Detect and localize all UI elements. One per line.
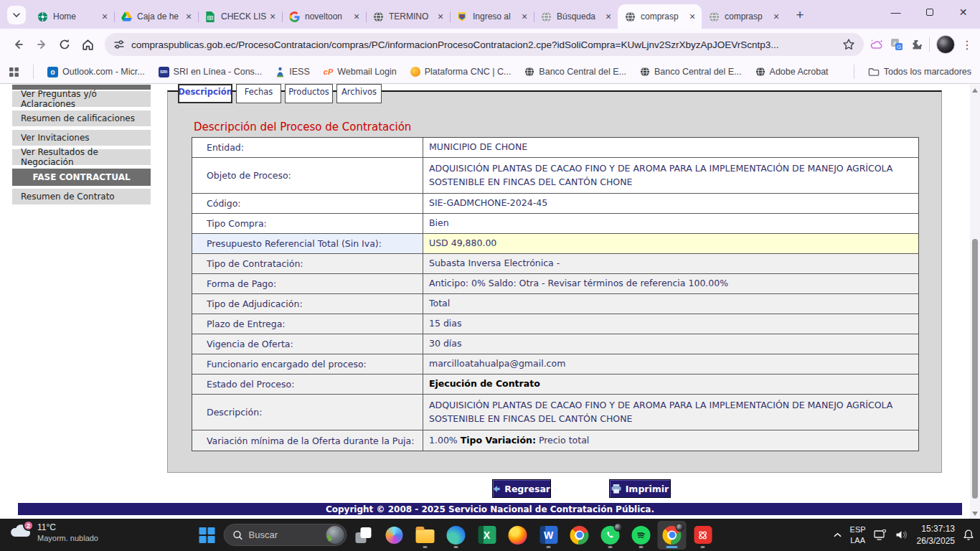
site-info-icon[interactable]	[113, 39, 125, 50]
bookmark-star-icon[interactable]	[842, 38, 855, 51]
tab-fechas[interactable]: Fechas	[236, 84, 281, 103]
browser-tab-termino[interactable]: TERMINO ×	[366, 4, 450, 29]
search-sparkle-icon[interactable]	[870, 38, 884, 51]
taskbar-clock[interactable]: 15:37:13 26/3/2025	[917, 523, 955, 546]
search-daily-image[interactable]	[326, 526, 344, 544]
network-icon[interactable]	[874, 529, 887, 541]
close-window-button[interactable]: ✕	[946, 0, 980, 24]
tab-title: noveltoon	[305, 11, 351, 22]
profile-avatar[interactable]	[936, 35, 955, 54]
reload-button[interactable]	[53, 33, 76, 56]
minimize-button[interactable]: —	[879, 0, 913, 24]
row-label: Objeto de Proceso:	[192, 158, 423, 193]
language-indicator[interactable]: ESP LAA	[850, 524, 866, 546]
tab-productos[interactable]: Productos	[285, 84, 333, 103]
weather-widget[interactable]: 2 11°C Mayorm. nublado	[9, 522, 98, 542]
tab-close-icon[interactable]: ×	[771, 11, 782, 22]
tab-close-icon[interactable]: ×	[267, 11, 278, 22]
tray-chevron-icon[interactable]	[833, 530, 842, 540]
browser-tab-caja[interactable]: Caja de he ×	[114, 4, 198, 29]
bookmark-webmail[interactable]: cP Webmail Login	[324, 67, 397, 77]
whatsapp-button[interactable]	[596, 521, 625, 550]
bookmark-banco-central-2[interactable]: Banco Central del E...	[640, 67, 742, 77]
url-text[interactable]: compraspublicas.gob.ec/ProcesoContrataci…	[131, 39, 842, 50]
volume-icon[interactable]	[895, 529, 909, 540]
page-scrollbar[interactable]	[970, 85, 980, 519]
forward-button[interactable]	[30, 33, 53, 56]
extensions-puzzle-icon[interactable]	[910, 38, 923, 51]
row-label: Código:	[192, 194, 423, 213]
scroll-up-arrow[interactable]	[972, 88, 978, 93]
browser-tab-strip: Home × Caja de he × CHECK LIS × noveltoo…	[0, 0, 980, 29]
scrollbar-thumb[interactable]	[972, 239, 978, 499]
all-bookmarks-button[interactable]: Todos los marcadores	[868, 67, 971, 77]
sheets-favicon	[204, 11, 216, 22]
regresar-button[interactable]: Regresar	[492, 479, 551, 498]
firefox-button[interactable]	[504, 521, 532, 550]
tab-close-icon[interactable]: ×	[687, 11, 698, 22]
tab-descripcion[interactable]: Descripción	[178, 84, 232, 103]
apps-grid-icon[interactable]	[9, 67, 19, 77]
tab-search-button[interactable]	[7, 6, 26, 24]
browser-tab-noveltoon[interactable]: noveltoon ×	[282, 4, 366, 29]
bookmarks-bar: o Outlook.com - Micr... SRI SRI en Línea…	[0, 60, 980, 83]
tab-close-icon[interactable]: ×	[603, 11, 614, 22]
tab-close-icon[interactable]: ×	[435, 11, 446, 22]
sidebar-item-calificaciones[interactable]: Resumen de calificaciones	[12, 110, 151, 126]
browser-tab-home[interactable]: Home ×	[30, 4, 114, 29]
notification-bell-icon[interactable]	[963, 529, 974, 541]
sidebar-item-invitaciones[interactable]: Ver Invitaciones	[12, 130, 151, 146]
table-row: Objeto de Proceso:ADQUISICIÓN PLANTAS DE…	[192, 158, 918, 194]
browser-tab-busqueda[interactable]: Búsqueda ×	[534, 4, 618, 29]
tab-title: TERMINO	[389, 11, 435, 22]
new-tab-button[interactable]: +	[790, 5, 810, 25]
tab-close-icon[interactable]: ×	[519, 11, 530, 22]
excel-button[interactable]: X	[473, 521, 501, 550]
browser-tab-compras-2[interactable]: comprasp ×	[702, 4, 786, 29]
edge-button[interactable]	[442, 521, 471, 550]
bookmark-iess[interactable]: IESS	[275, 67, 310, 77]
table-row-highlighted: Presupuesto Referencial Total (Sin Iva):…	[192, 234, 918, 254]
home-button[interactable]	[76, 33, 99, 56]
browser-tab-compras-active[interactable]: comprasp ×	[618, 4, 702, 29]
back-button[interactable]	[7, 33, 30, 56]
language-code: ESP	[850, 524, 866, 535]
tab-archivos[interactable]: Archivos	[336, 84, 382, 103]
file-explorer-button[interactable]	[411, 521, 440, 550]
bookmark-label: Plataforma CNC | C...	[425, 67, 512, 77]
tab-close-icon[interactable]: ×	[183, 11, 194, 22]
browser-tab-checklist[interactable]: CHECK LIS ×	[198, 4, 282, 29]
sidebar-item-preguntas[interactable]: Ver Preguntas y/ó Aclaraciones	[12, 91, 151, 107]
tab-close-icon[interactable]: ×	[351, 11, 362, 22]
word-button[interactable]: W	[534, 521, 563, 550]
acrobat-button[interactable]	[689, 521, 717, 550]
bookmark-outlook[interactable]: o Outlook.com - Micr...	[47, 67, 145, 77]
chrome-button[interactable]	[565, 521, 594, 550]
bookmark-sri[interactable]: SRI SRI en Línea - Cons...	[159, 67, 263, 77]
button-label: Imprimir	[626, 484, 669, 494]
chrome-active-button[interactable]	[658, 521, 687, 550]
task-view-button[interactable]	[349, 521, 378, 550]
scroll-down-arrow[interactable]	[972, 512, 978, 516]
tab-title: comprasp	[725, 11, 771, 22]
browser-tab-ingreso[interactable]: Ingreso al ×	[450, 4, 534, 29]
sidebar-item-resumen-contrato[interactable]: Resumen de Contrato	[12, 189, 151, 204]
copilot-button[interactable]	[380, 521, 409, 550]
bookmark-banco-central-1[interactable]: Banco Central del E...	[524, 67, 626, 77]
row-label: Entidad:	[192, 138, 423, 157]
row-label: Descripción:	[192, 395, 423, 430]
bookmarks-divider	[33, 65, 34, 79]
imprimir-button[interactable]: Imprimir	[609, 479, 671, 498]
start-button[interactable]	[193, 521, 222, 550]
bookmark-cnc[interactable]: Plataforma CNC | C...	[410, 67, 512, 77]
address-bar[interactable]: compraspublicas.gob.ec/ProcesoContrataci…	[105, 33, 864, 56]
bookmark-adobe[interactable]: Adobe Acrobat	[755, 67, 829, 77]
browser-menu-icon[interactable]: ⋮	[961, 38, 973, 52]
sidebar-item-negociacion[interactable]: Ver Resultados de Negociación	[12, 149, 151, 165]
spotify-button[interactable]	[627, 521, 656, 550]
tab-close-icon[interactable]: ×	[99, 11, 110, 22]
table-row: Código:SIE-GADMCHONE-2024-45	[192, 194, 918, 214]
maximize-button[interactable]	[913, 0, 946, 24]
translate-icon[interactable]: AG	[890, 38, 903, 51]
taskbar-search-box[interactable]: Buscar	[224, 524, 347, 546]
